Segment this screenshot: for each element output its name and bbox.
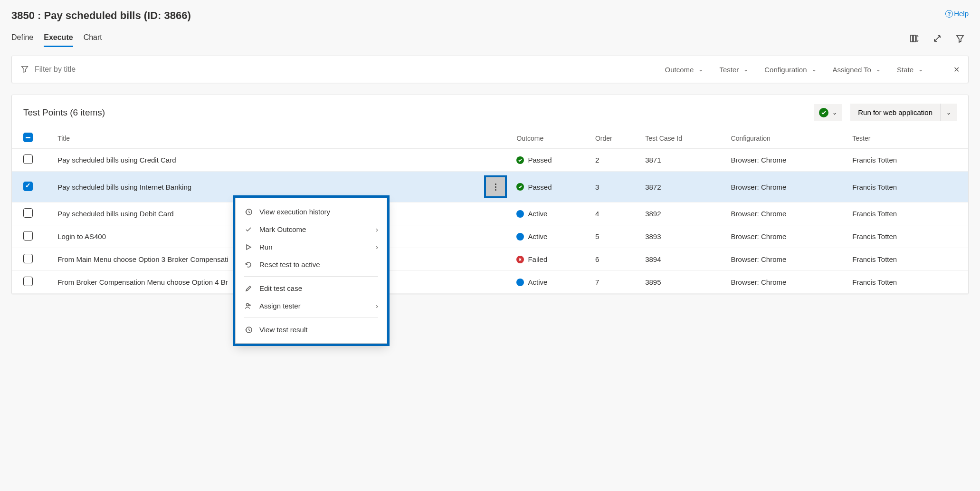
- filter-tester-dropdown[interactable]: Tester ⌄: [719, 66, 748, 74]
- column-options-icon[interactable]: [910, 34, 919, 43]
- col-title[interactable]: Title: [52, 128, 511, 149]
- menu-label: Assign tester: [259, 302, 301, 304]
- tab-define[interactable]: Define: [11, 29, 33, 47]
- help-icon: ?: [945, 10, 953, 18]
- row-tcid: 3871: [639, 149, 725, 172]
- filter-outcome-label: Outcome: [665, 66, 694, 74]
- help-label: Help: [954, 10, 969, 18]
- row-outcome: Passed: [528, 156, 552, 164]
- menu-label: Run: [259, 243, 273, 251]
- table-row[interactable]: Pay scheduled bills using Credit CardPas…: [12, 149, 968, 172]
- row-title: From Broker Compensation Menu choose Opt…: [57, 278, 228, 286]
- mark-passed-button[interactable]: ⌄: [814, 104, 842, 121]
- chevron-right-icon: ›: [376, 243, 378, 251]
- row-config: Browser: Chrome: [725, 202, 847, 225]
- table-row[interactable]: From Main Menu choose Option 3 Broker Co…: [12, 248, 968, 271]
- row-tester: Francis Totten: [847, 172, 968, 202]
- col-config[interactable]: Configuration: [725, 128, 847, 149]
- filter-configuration-label: Configuration: [764, 66, 807, 74]
- menu-label: View execution history: [259, 208, 330, 216]
- page-title: 3850 : Pay scheduled bills (ID: 3866): [11, 10, 191, 22]
- filter-bar: Outcome ⌄ Tester ⌄ Configuration ⌄ Assig…: [11, 56, 969, 83]
- menu-run[interactable]: Run ›: [236, 238, 387, 256]
- row-tcid: 3894: [639, 248, 725, 271]
- row-checkbox[interactable]: [23, 208, 33, 218]
- row-tester: Francis Totten: [847, 225, 968, 248]
- status-passed-icon: [516, 156, 524, 164]
- person-icon: [244, 302, 253, 304]
- chevron-down-icon: ⌄: [876, 66, 881, 73]
- row-checkbox[interactable]: [23, 254, 33, 263]
- expand-icon[interactable]: [932, 34, 942, 43]
- pencil-icon: [244, 285, 253, 292]
- table-row[interactable]: Pay scheduled bills using Debit CardActi…: [12, 202, 968, 225]
- row-checkbox[interactable]: [23, 154, 33, 164]
- filter-outcome-dropdown[interactable]: Outcome ⌄: [665, 66, 704, 74]
- row-context-menu: View execution history Mark Outcome › Ru…: [235, 198, 387, 304]
- row-tcid: 3872: [639, 172, 725, 202]
- col-tester[interactable]: Tester: [847, 128, 968, 149]
- test-points-table: Title Outcome Order Test Case Id Configu…: [12, 128, 968, 294]
- table-row[interactable]: From Broker Compensation Menu choose Opt…: [12, 271, 968, 294]
- menu-divider: [244, 276, 378, 277]
- table-row[interactable]: Login to AS400Active53893Browser: Chrome…: [12, 225, 968, 248]
- svg-point-3: [247, 303, 249, 304]
- row-tester: Francis Totten: [847, 248, 968, 271]
- row-tcid: 3893: [639, 225, 725, 248]
- run-web-button[interactable]: Run for web application: [850, 104, 940, 121]
- svg-rect-0: [911, 35, 913, 42]
- row-outcome: Active: [528, 278, 547, 286]
- status-passed-icon: [516, 183, 524, 191]
- menu-edit[interactable]: Edit test case: [236, 279, 387, 297]
- row-outcome: Active: [528, 210, 547, 218]
- filter-state-label: State: [897, 66, 913, 74]
- row-title: Pay scheduled bills using Credit Card: [57, 156, 176, 164]
- filter-input[interactable]: [35, 65, 665, 74]
- panel-title: Test Points (6 items): [23, 107, 105, 118]
- row-checkbox[interactable]: [23, 182, 33, 191]
- row-actions-button[interactable]: [486, 177, 505, 196]
- tab-chart[interactable]: Chart: [84, 29, 102, 47]
- row-checkbox[interactable]: [23, 231, 33, 241]
- svg-rect-1: [913, 35, 915, 42]
- chevron-down-icon: ⌄: [918, 66, 923, 73]
- col-order[interactable]: Order: [590, 128, 639, 149]
- chevron-down-icon: ⌄: [743, 66, 748, 73]
- menu-label: Mark Outcome: [259, 225, 306, 233]
- play-icon: [244, 243, 253, 251]
- row-order: 4: [590, 202, 639, 225]
- menu-view-history[interactable]: View execution history: [236, 203, 387, 221]
- refresh-icon: [244, 261, 253, 269]
- table-row[interactable]: Pay scheduled bills using Internet Banki…: [12, 172, 968, 202]
- help-link[interactable]: ? Help: [945, 10, 969, 18]
- filter-configuration-dropdown[interactable]: Configuration ⌄: [764, 66, 816, 74]
- col-tcid[interactable]: Test Case Id: [639, 128, 725, 149]
- menu-reset[interactable]: Reset test to active: [236, 256, 387, 273]
- chevron-down-icon: ⌄: [832, 109, 837, 116]
- row-config: Browser: Chrome: [725, 248, 847, 271]
- run-dropdown-button[interactable]: ⌄: [940, 104, 957, 121]
- menu-mark-outcome[interactable]: Mark Outcome ›: [236, 221, 387, 238]
- menu-assign[interactable]: Assign tester ›: [236, 297, 387, 304]
- row-tester: Francis Totten: [847, 271, 968, 294]
- row-order: 2: [590, 149, 639, 172]
- tab-execute[interactable]: Execute: [44, 29, 73, 47]
- check-circle-icon: [819, 108, 828, 117]
- row-order: 7: [590, 271, 639, 294]
- filter-state-dropdown[interactable]: State ⌄: [897, 66, 923, 74]
- select-all-checkbox[interactable]: [23, 133, 33, 142]
- status-active-icon: [516, 210, 524, 218]
- menu-label: Reset test to active: [259, 260, 320, 269]
- status-active-icon: [516, 279, 524, 286]
- close-filter-icon[interactable]: ✕: [953, 65, 960, 74]
- chevron-right-icon: ›: [376, 225, 378, 233]
- col-outcome[interactable]: Outcome: [511, 128, 589, 149]
- check-icon: [244, 226, 253, 233]
- status-active-icon: [516, 233, 524, 241]
- row-checkbox[interactable]: [23, 277, 33, 286]
- filter-assignedto-dropdown[interactable]: Assigned To ⌄: [833, 66, 881, 74]
- chevron-down-icon: ⌄: [946, 109, 951, 116]
- row-config: Browser: Chrome: [725, 225, 847, 248]
- filter-icon[interactable]: [955, 34, 965, 43]
- filter-tester-label: Tester: [719, 66, 739, 74]
